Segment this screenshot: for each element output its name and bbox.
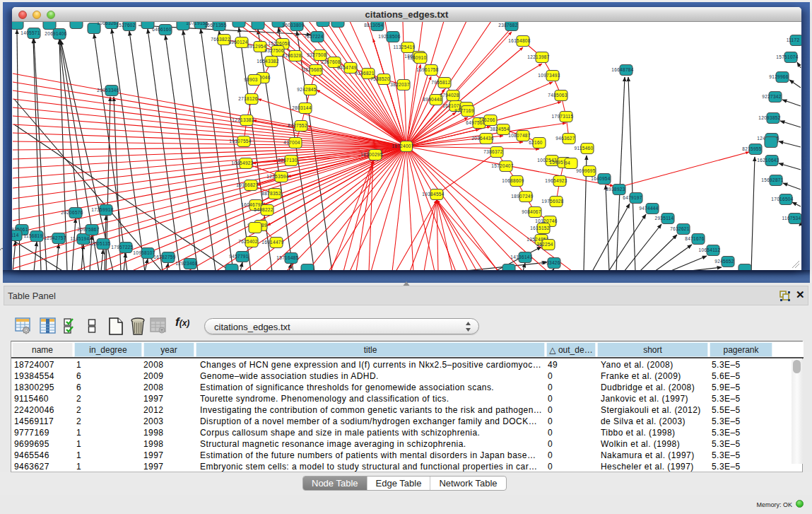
svg-text:10688609: 10688609 [502, 178, 524, 183]
svg-text:2718126: 2718126 [238, 96, 257, 101]
svg-text:29053346: 29053346 [97, 88, 119, 93]
svg-text:9115460: 9115460 [575, 146, 594, 151]
svg-text:10654112: 10654112 [699, 247, 721, 252]
svg-text:6479197: 6479197 [623, 195, 642, 200]
svg-text:16961758: 16961758 [416, 67, 438, 72]
svg-text:15720407: 15720407 [491, 163, 513, 168]
svg-text:2367608: 2367608 [321, 59, 340, 64]
svg-text:16782759: 16782759 [153, 255, 175, 259]
svg-text:1167534: 1167534 [782, 216, 801, 221]
svg-text:16046798: 16046798 [241, 202, 263, 207]
svg-text:12213382: 12213382 [232, 117, 254, 122]
svg-text:12505135: 12505135 [88, 241, 110, 246]
svg-text:9327506: 9327506 [264, 48, 283, 53]
svg-text:8990448: 8990448 [423, 97, 442, 102]
svg-text:94: 94 [565, 160, 570, 165]
svg-text:17973115: 17973115 [552, 114, 574, 119]
svg-text:15716485: 15716485 [276, 255, 298, 260]
svg-text:98903: 98903 [244, 77, 258, 82]
svg-text:7588520: 7588520 [370, 76, 389, 81]
svg-text:1140910: 1140910 [408, 55, 427, 60]
svg-text:417004: 417004 [283, 140, 300, 145]
svg-text:2803144: 2803144 [292, 105, 311, 110]
svg-text:9227342: 9227342 [762, 94, 781, 99]
svg-text:8267130: 8267130 [278, 158, 297, 163]
svg-text:1405571: 1405571 [20, 30, 40, 35]
svg-text:10654923: 10654923 [231, 160, 253, 165]
svg-text:9146821: 9146821 [355, 71, 374, 76]
svg-text:20364436: 20364436 [471, 136, 493, 141]
svg-text:6794028: 6794028 [440, 93, 459, 98]
svg-text:39114: 39114 [12, 233, 19, 238]
svg-text:15751074: 15751074 [776, 54, 798, 59]
svg-text:7857224: 7857224 [304, 34, 323, 39]
svg-text:5498222: 5498222 [254, 207, 273, 212]
svg-text:12942757: 12942757 [44, 235, 66, 240]
svg-text:10958107: 10958107 [133, 250, 155, 255]
svg-text:8215955: 8215955 [742, 146, 761, 151]
svg-text:14136141: 14136141 [510, 255, 532, 259]
svg-text:9474444: 9474444 [639, 206, 658, 211]
svg-text:9457791: 9457791 [229, 254, 248, 259]
svg-text:3824554: 3824554 [490, 127, 509, 132]
svg-text:746266: 746266 [478, 117, 495, 122]
svg-text:8454749: 8454749 [337, 65, 356, 70]
svg-text:17359918: 17359918 [91, 207, 113, 212]
svg-text:1156819: 1156819 [24, 233, 43, 238]
svg-text:11172: 11172 [787, 37, 800, 42]
svg-text:20691406: 20691406 [45, 31, 66, 36]
svg-text:11325419: 11325419 [394, 45, 416, 49]
svg-text:16914479: 16914479 [261, 240, 283, 245]
svg-text:16154808: 16154808 [508, 38, 530, 43]
svg-text:16543382: 16543382 [257, 59, 278, 64]
svg-text:2935114: 2935114 [655, 216, 674, 221]
svg-text:8960124: 8960124 [228, 40, 247, 45]
svg-text:3912954: 3912954 [247, 44, 266, 49]
svg-text:2387682: 2387682 [498, 23, 517, 28]
svg-text:9245652: 9245652 [714, 259, 734, 264]
svg-text:3875685: 3875685 [302, 67, 322, 72]
svg-text:7663822: 7663822 [211, 37, 230, 42]
svg-text:3822037: 3822037 [390, 82, 409, 87]
svg-text:8938923: 8938923 [606, 187, 625, 192]
svg-text:9699695: 9699695 [576, 168, 595, 173]
svg-text:62160: 62160 [529, 140, 543, 145]
svg-text:1640954: 1640954 [591, 176, 610, 181]
svg-text:7632621: 7632621 [670, 226, 689, 231]
svg-text:12923468: 12923468 [175, 261, 197, 266]
svg-text:252254: 252254 [536, 242, 553, 247]
svg-text:10107554: 10107554 [229, 139, 251, 144]
svg-text:9084067: 9084067 [522, 209, 541, 214]
svg-text:1615152: 1615152 [530, 226, 549, 230]
svg-text:20206576: 20206576 [61, 210, 83, 215]
svg-text:1527602: 1527602 [116, 23, 135, 28]
svg-text:8813054: 8813054 [364, 23, 383, 28]
svg-text:17016504: 17016504 [771, 197, 793, 201]
svg-text:9327508: 9327508 [307, 52, 326, 57]
svg-text:10973493: 10973493 [538, 73, 560, 78]
svg-text:18300295: 18300295 [360, 152, 382, 157]
svg-text:20975867: 20975867 [77, 227, 99, 232]
svg-text:7485063: 7485063 [548, 93, 567, 98]
svg-text:15692871: 15692871 [761, 177, 783, 182]
svg-text:12093852: 12093852 [758, 115, 780, 120]
svg-text:9777169: 9777169 [454, 108, 473, 113]
svg-text:19756928: 19756928 [541, 199, 563, 204]
svg-text:6466160: 6466160 [152, 27, 171, 32]
svg-text:1733426: 1733426 [541, 260, 560, 265]
svg-text:12353594: 12353594 [266, 174, 288, 179]
svg-text:16648784: 16648784 [611, 67, 633, 72]
svg-text:9242845: 9242845 [297, 87, 316, 92]
svg-text:18907249: 18907249 [511, 194, 533, 199]
svg-text:8186328: 8186328 [282, 53, 301, 58]
svg-text:18724007: 18724007 [392, 144, 413, 148]
svg-text:19384554: 19384554 [422, 192, 444, 197]
svg-text:7625402: 7625402 [238, 239, 257, 244]
svg-text:7386372: 7386372 [483, 149, 502, 154]
svg-text:19218506: 19218506 [378, 34, 400, 39]
svg-text:1145194: 1145194 [71, 236, 90, 241]
svg-text:8427552: 8427552 [288, 123, 307, 128]
svg-text:16671355: 16671355 [204, 23, 226, 28]
svg-text:9463627: 9463627 [555, 136, 575, 141]
svg-text:16033809: 16033809 [282, 23, 304, 28]
